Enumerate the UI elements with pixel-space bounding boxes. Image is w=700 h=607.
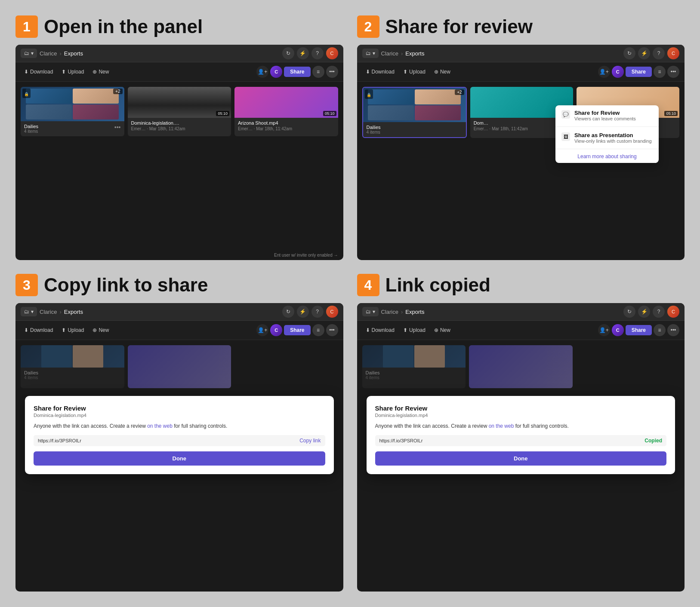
learn-more-link-2[interactable]: Learn more about sharing: [555, 150, 659, 163]
upload-btn-3[interactable]: ⬆ Upload: [58, 325, 87, 335]
more-btn-3[interactable]: •••: [326, 324, 338, 336]
more-btn-1[interactable]: •••: [326, 66, 338, 78]
new-btn-4[interactable]: ⊕ New: [431, 325, 454, 335]
dropdown-item-review-2[interactable]: 💬 Share for Review Viewers can leave com…: [555, 105, 659, 126]
breadcrumb-sep-1: ›: [59, 50, 61, 57]
logo-chevron-2: ▾: [373, 50, 375, 56]
refresh-btn-4[interactable]: ↻: [623, 306, 635, 318]
files-row-1: +2 🔒 Dailies 4 items •••: [21, 87, 338, 136]
list-view-btn-2[interactable]: ≡: [654, 66, 666, 78]
add-user-btn-2[interactable]: 👤+: [598, 66, 610, 78]
file-more-1[interactable]: •••: [114, 124, 121, 131]
file-info-video1-1: Dominica-legislation.mp4 Emer… · Mar 18t…: [128, 118, 231, 134]
done-btn-3[interactable]: Done: [34, 451, 325, 466]
file-meta-video2-1: Emer… · Mar 18th, 11:42am: [238, 126, 292, 131]
logo-icon-3: 🗂: [24, 309, 29, 315]
share-dropdown-2: 💬 Share for Review Viewers can leave com…: [555, 105, 659, 163]
folder-count-2: 4 items: [367, 130, 381, 135]
file-thumb-video2-1: 05:10: [234, 87, 338, 118]
logo-btn-3[interactable]: 🗂 ▾: [21, 307, 37, 316]
upload-btn-4[interactable]: ⬆ Upload: [400, 325, 429, 335]
folder-badge-1: +2: [113, 89, 122, 94]
copy-link-btn-3[interactable]: Copy link: [299, 438, 321, 444]
step-header-2: 2 Share for review: [357, 15, 685, 38]
download-btn-3[interactable]: ⬇ Download: [21, 325, 56, 335]
content-area-1: +2 🔒 Dailies 4 items •••: [15, 82, 343, 250]
add-user-btn-1[interactable]: 👤+: [256, 66, 268, 78]
app-panel-2: 🗂 ▾ Clarice › Exports ↻ ⚡ ? C ⬇ Download…: [357, 45, 685, 260]
more-btn-2[interactable]: •••: [667, 66, 679, 78]
breadcrumb-parent-2: Clarice: [381, 50, 398, 57]
file-card-dailies-1[interactable]: +2 🔒 Dailies 4 items •••: [21, 87, 124, 136]
share-btn-3[interactable]: Share: [284, 325, 310, 335]
logo-chevron-4: ▾: [373, 309, 375, 315]
link-row-4: https://f.io/3PSROILr Copied: [375, 435, 667, 446]
dialog-body-link-3[interactable]: on the web: [147, 423, 173, 429]
new-btn-2[interactable]: ⊕ New: [431, 67, 454, 77]
file-card-dailies-2[interactable]: +2 🔒 Dailies 4 items: [362, 87, 467, 138]
plus-icon-1: ⊕: [93, 69, 97, 75]
top-nav-2: 🗂 ▾ Clarice › Exports ↻ ⚡ ? C: [357, 45, 685, 62]
breadcrumb-1: Clarice › Exports: [40, 50, 280, 57]
more-btn-4[interactable]: •••: [667, 324, 679, 336]
list-view-btn-4[interactable]: ≡: [654, 324, 666, 336]
refresh-btn-3[interactable]: ↻: [282, 306, 294, 318]
help-btn-2[interactable]: ?: [653, 47, 665, 59]
nav-actions-3: ↻ ⚡ ? C: [282, 306, 338, 318]
presentation-icon-2: 🖼: [561, 132, 570, 141]
file-info-dailies-1: Dailies 4 items •••: [21, 121, 124, 136]
file-card-bg1-4: Dailies 4 items: [362, 345, 466, 388]
upload-btn-1[interactable]: ⬆ Upload: [58, 67, 87, 77]
files-row-bg-4: Dailies 4 items: [362, 345, 680, 388]
logo-btn-1[interactable]: 🗂 ▾: [21, 49, 37, 58]
add-user-btn-4[interactable]: 👤+: [598, 324, 610, 336]
list-view-btn-1[interactable]: ≡: [312, 66, 324, 78]
share-btn-4[interactable]: Share: [626, 325, 652, 335]
dialog-body-prefix-3: Anyone with the link can access. Create …: [34, 423, 147, 429]
quadrant-3: 3 Copy link to share 🗂 ▾ Clarice › Expor…: [9, 267, 350, 598]
dropdown-divider2-2: [555, 149, 659, 149]
refresh-btn-2[interactable]: ↻: [623, 47, 635, 59]
download-btn-4[interactable]: ⬇ Download: [362, 325, 398, 335]
breadcrumb-2: Clarice › Exports: [381, 50, 621, 57]
refresh-btn-1[interactable]: ↻: [282, 47, 294, 59]
logo-icon-2: 🗂: [366, 50, 371, 56]
done-btn-4[interactable]: Done: [375, 451, 667, 466]
list-view-btn-3[interactable]: ≡: [312, 324, 324, 336]
share-btn-2[interactable]: Share: [626, 67, 652, 77]
share-btn-1[interactable]: Share: [284, 67, 310, 77]
lightning-btn-1[interactable]: ⚡: [297, 47, 309, 59]
panel-footer-1: Ent user w/ invite only enabled →: [15, 250, 343, 260]
help-btn-1[interactable]: ?: [311, 47, 324, 59]
lightning-btn-3[interactable]: ⚡: [297, 306, 309, 318]
dialog-body-link-4[interactable]: on the web: [489, 423, 514, 429]
file-info-bg1-3: Dailies 4 items: [21, 368, 124, 383]
upload-btn-2[interactable]: ⬆ Upload: [400, 67, 429, 77]
file-card-video1-1[interactable]: 05:10 Dominica-legislation.mp4 Emer… · M…: [128, 87, 231, 136]
app-panel-1: 🗂 ▾ Clarice › Exports ↻ ⚡ ? C ⬇ Download: [15, 45, 343, 260]
step-number-3: 3: [15, 274, 38, 296]
download-btn-2[interactable]: ⬇ Download: [362, 67, 398, 77]
toolbar-avatar-3: C: [270, 324, 282, 336]
dropdown-item-presentation-2[interactable]: 🖼 Share as Presentation View-only links …: [555, 128, 659, 148]
upload-icon-3: ⬆: [62, 327, 66, 333]
logo-icon-4: 🗂: [366, 309, 371, 315]
new-btn-1[interactable]: ⊕ New: [89, 67, 112, 77]
logo-btn-2[interactable]: 🗂 ▾: [362, 49, 379, 58]
logo-chevron-1: ▾: [31, 50, 34, 56]
file-name-video1-2: Dom…: [474, 120, 525, 126]
link-url-4: https://f.io/3PSROILr: [379, 438, 641, 443]
add-user-btn-3[interactable]: 👤+: [256, 324, 268, 336]
help-btn-4[interactable]: ?: [653, 306, 665, 318]
download-btn-1[interactable]: ⬇ Download: [21, 67, 56, 77]
lightning-btn-4[interactable]: ⚡: [638, 306, 650, 318]
breadcrumb-parent-3: Clarice: [40, 309, 57, 315]
share-dialog-3: Share for Review Dominica-legislation.mp…: [25, 396, 334, 474]
help-btn-3[interactable]: ?: [311, 306, 324, 318]
lightning-btn-2[interactable]: ⚡: [638, 47, 650, 59]
link-url-3: https://f.io/3PSROILr: [38, 438, 296, 443]
new-btn-3[interactable]: ⊕ New: [89, 325, 112, 335]
logo-btn-4[interactable]: 🗂 ▾: [362, 307, 379, 316]
folder-badge-2: +2: [455, 89, 464, 95]
file-card-video2-1[interactable]: 05:10 Arizona Shoot.mp4 Emer… · Mar 18th…: [234, 87, 338, 136]
